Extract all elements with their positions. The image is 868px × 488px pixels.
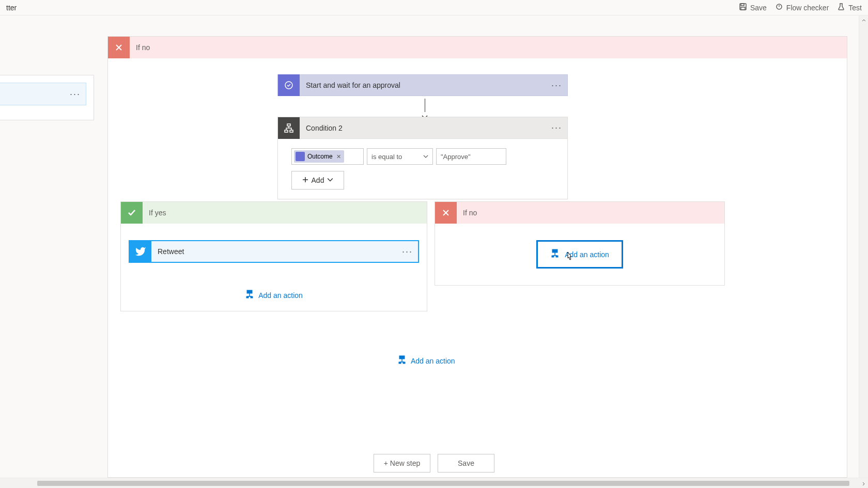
svg-rect-13 xyxy=(556,256,558,257)
test-icon xyxy=(837,3,845,12)
if-no-add-action-button[interactable]: Add an action xyxy=(536,240,623,269)
retweet-title: Retweet xyxy=(158,247,402,256)
if-no-branch: If no Add an action xyxy=(435,201,725,286)
twitter-icon xyxy=(130,241,151,262)
if-no-label: If no xyxy=(463,209,477,217)
approval-action-card[interactable]: Start and wait for an approval ··· xyxy=(277,74,568,96)
condition-operator-select[interactable]: is equal to xyxy=(367,148,433,165)
svg-rect-1 xyxy=(741,4,744,6)
retweet-action-card[interactable]: Retweet ··· xyxy=(129,240,419,263)
outcome-token[interactable]: Outcome ✕ xyxy=(294,150,344,163)
cursor-pointer-icon xyxy=(565,251,574,264)
add-action-icon xyxy=(397,355,407,366)
save-icon xyxy=(739,3,747,12)
condition-left-operand[interactable]: Outcome ✕ xyxy=(291,148,364,165)
topbar: tter Save Flow checker Test xyxy=(0,0,868,15)
svg-rect-16 xyxy=(403,362,405,364)
token-remove-icon[interactable]: ✕ xyxy=(336,153,341,160)
scroll-right-icon[interactable] xyxy=(862,479,866,488)
scroll-up-icon[interactable] xyxy=(859,15,868,25)
add-action-icon xyxy=(245,290,254,301)
more-icon[interactable]: ··· xyxy=(70,89,81,100)
retweet-more-icon[interactable]: ··· xyxy=(402,246,413,257)
partial-card-inner[interactable]: ··· xyxy=(0,83,86,105)
topbar-actions: Save Flow checker Test xyxy=(739,3,862,12)
add-action-icon xyxy=(550,249,560,260)
footer-buttons: + New step Save xyxy=(0,454,868,473)
if-yes-label: If yes xyxy=(149,209,166,217)
svg-rect-5 xyxy=(287,124,290,126)
partial-card-left: ··· xyxy=(0,75,94,120)
x-icon xyxy=(435,202,457,224)
flow-checker-button[interactable]: Flow checker xyxy=(775,3,829,12)
svg-rect-15 xyxy=(399,362,401,364)
svg-rect-9 xyxy=(246,296,249,298)
outer-if-no-header[interactable]: If no xyxy=(108,37,847,58)
check-icon xyxy=(121,202,143,224)
save-button[interactable]: Save xyxy=(739,3,767,12)
condition-title: Condition 2 xyxy=(306,124,551,132)
new-step-button[interactable]: + New step xyxy=(374,454,430,473)
svg-rect-6 xyxy=(285,130,288,132)
scrollbar-thumb[interactable] xyxy=(37,481,849,486)
svg-rect-10 xyxy=(251,296,253,298)
svg-rect-11 xyxy=(552,249,557,253)
bottom-add-action-button[interactable]: Add an action xyxy=(397,355,455,366)
flow-title-partial: tter xyxy=(6,4,17,12)
flow-canvas: ··· If no Start and wait for an approval… xyxy=(0,15,858,478)
approval-title: Start and wait for an approval xyxy=(306,81,551,89)
condition-icon xyxy=(278,117,300,139)
vertical-scrollbar[interactable] xyxy=(859,15,868,478)
horizontal-scrollbar[interactable] xyxy=(0,478,868,488)
token-icon xyxy=(296,152,305,161)
test-button[interactable]: Test xyxy=(837,3,862,12)
if-yes-add-action-button[interactable]: Add an action xyxy=(245,290,303,301)
if-yes-header[interactable]: If yes xyxy=(121,202,427,224)
approval-icon xyxy=(278,74,300,96)
x-icon xyxy=(108,37,130,58)
if-no-header[interactable]: If no xyxy=(435,202,724,224)
footer-save-button[interactable]: Save xyxy=(438,454,494,473)
chevron-down-icon xyxy=(327,176,333,184)
svg-rect-8 xyxy=(247,290,252,293)
approval-more-icon[interactable]: ··· xyxy=(551,80,562,91)
if-yes-branch: If yes Retweet ··· Add an action xyxy=(120,201,427,311)
flow-checker-icon xyxy=(775,3,783,12)
condition-more-icon[interactable]: ··· xyxy=(551,122,562,133)
svg-rect-12 xyxy=(552,256,554,257)
outer-if-no-label: If no xyxy=(136,43,150,52)
chevron-down-icon xyxy=(423,153,428,161)
svg-rect-2 xyxy=(741,7,745,10)
svg-rect-14 xyxy=(399,356,405,359)
condition-card[interactable]: Condition 2 ··· Outcome ✕ is equal to xyxy=(277,117,568,199)
condition-value-input[interactable]: "Approve" xyxy=(436,148,506,165)
main-flow-container: If no Start and wait for an approval ··· xyxy=(107,36,847,478)
plus-icon xyxy=(302,176,308,184)
svg-rect-7 xyxy=(290,130,293,132)
add-condition-button[interactable]: Add xyxy=(291,171,344,190)
